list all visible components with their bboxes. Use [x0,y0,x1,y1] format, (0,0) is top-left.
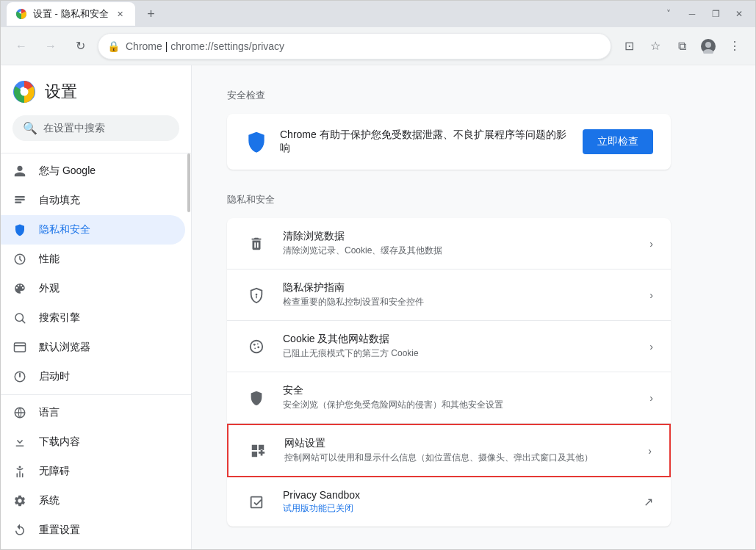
clear-browsing-subtitle: 清除浏览记录、Cookie、缓存及其他数据 [283,245,635,257]
check-now-button[interactable]: 立即检查 [583,129,653,154]
settings-content: 安全检查 Chrome 有助于保护您免受数据泄露、不良扩展程序等问题的影响 立即… [192,65,755,549]
close-button[interactable]: ✕ [729,4,749,24]
startup-icon [12,369,27,384]
minimize-button[interactable]: ─ [682,4,702,24]
reset-icon [12,523,27,538]
svg-line-13 [22,320,24,322]
sidebar-item-privacy[interactable]: 隐私和安全 [1,215,185,245]
sidebar-item-google-account[interactable]: 您与 Google [1,156,185,186]
collapse-button[interactable]: ˅ [658,4,679,24]
tab-close-button[interactable]: ✕ [115,8,126,20]
tab-favicon [15,8,27,20]
sidebar: 设置 🔍 在设置中搜索 您与 Google [1,65,192,549]
sidebar-item-label: 重置设置 [39,524,80,537]
omnibox[interactable]: 🔒 Chrome | chrome://settings/privacy [98,33,611,59]
privacy-guide-subtitle: 检查重要的隐私控制设置和安全控件 [283,296,635,308]
sidebar-scrollbar [187,153,190,212]
arrow-icon: › [649,289,653,301]
svg-point-25 [257,343,259,344]
sidebar-item-startup[interactable]: 启动时 [1,362,185,391]
security-item[interactable]: 安全 安全浏览（保护您免受危险网站的侵害）和其他安全设置 › [227,372,671,424]
search-box[interactable]: 🔍 在设置中搜索 [12,115,179,141]
search-container: 🔍 在设置中搜索 [1,115,191,150]
svg-rect-10 [15,202,21,203]
security-title: 安全 [283,384,635,397]
svg-point-21 [256,293,258,295]
safety-check-card: Chrome 有助于保护您免受数据泄露、不良扩展程序等问题的影响 立即检查 [227,114,671,170]
appearance-icon [12,281,27,296]
sidebar-item-performance[interactable]: 性能 [1,245,185,274]
lock-icon: 🔒 [107,40,120,52]
cookies-item[interactable]: Cookie 及其他网站数据 已阻止无痕模式下的第三方 Cookie › [227,321,671,372]
new-tab-button[interactable]: + [141,4,162,24]
tab-title: 设置 - 隐私和安全 [33,7,109,21]
search-placeholder: 在设置中搜索 [43,122,105,135]
svg-point-20 [19,466,21,468]
sidebar-header: 设置 [1,71,191,115]
split-view-button[interactable]: ⧉ [670,35,694,58]
svg-point-7 [21,88,29,96]
security-icon [245,386,268,410]
trash-icon [245,232,268,256]
svg-rect-9 [15,199,25,200]
privacy-guide-item[interactable]: 隐私保护指南 检查重要的隐私控制设置和安全控件 › [227,269,671,321]
privacy-guide-icon [245,283,268,307]
sidebar-item-accessibility[interactable]: 无障碍 [1,457,185,486]
restore-button[interactable]: ❐ [705,4,726,24]
site-settings-icon [246,439,270,463]
cast-button[interactable]: ⊡ [617,35,641,58]
sidebar-item-system[interactable]: 系统 [1,486,185,515]
cookies-content: Cookie 及其他网站数据 已阻止无痕模式下的第三方 Cookie [283,333,635,360]
sidebar-divider-mid [1,394,191,395]
sidebar-item-language[interactable]: 语言 [1,398,185,427]
site-settings-subtitle: 控制网站可以使用和显示什么信息（如位置信息、摄像头、弹出式窗口及其他） [284,452,633,464]
addressbar: ← → ↻ 🔒 Chrome | chrome://settings/priva… [1,27,755,65]
sidebar-item-appearance[interactable]: 外观 [1,274,185,303]
svg-point-23 [251,340,263,352]
sidebar-item-label: 启动时 [39,370,70,383]
forward-button[interactable]: → [39,35,62,58]
chrome-logo [12,80,36,104]
sidebar-item-browser[interactable]: 默认浏览器 [1,333,185,362]
clear-browsing-title: 清除浏览数据 [283,230,635,243]
cookies-title: Cookie 及其他网站数据 [283,333,635,346]
cookie-icon [245,335,268,358]
svg-point-24 [253,343,256,345]
menu-button[interactable]: ⋮ [723,35,746,58]
reload-button[interactable]: ↻ [68,35,92,58]
safety-check-description: Chrome 有助于保护您免受数据泄露、不良扩展程序等问题的影响 [280,129,571,155]
back-button[interactable]: ← [10,35,33,58]
arrow-icon: › [648,445,652,457]
sidebar-item-search[interactable]: 搜索引擎 [1,303,185,333]
autofill-icon [12,193,27,208]
profile-button[interactable] [696,35,720,58]
sidebar-divider-top [1,153,191,153]
sidebar-wrapper: 设置 🔍 在设置中搜索 您与 Google [1,65,192,549]
active-tab[interactable]: 设置 - 隐私和安全 ✕ [7,2,135,26]
sidebar-item-label: 搜索引擎 [39,311,80,325]
privacy-sandbox-item[interactable]: Privacy Sandbox 试用版功能已关闭 ↗ [227,477,671,527]
site-settings-item[interactable]: 网站设置 控制网站可以使用和显示什么信息（如位置信息、摄像头、弹出式窗口及其他）… [227,424,671,477]
sidebar-item-downloads[interactable]: 下载内容 [1,427,185,457]
clear-browsing-item[interactable]: 清除浏览数据 清除浏览记录、Cookie、缓存及其他数据 › [227,218,671,269]
security-content: 安全 安全浏览（保护您免受危险网站的侵害）和其他安全设置 [283,384,635,411]
window-controls: ˅ ─ ❐ ✕ [658,4,749,24]
safety-check-shield-icon [245,130,268,153]
sidebar-item-extensions[interactable]: 扩展程序 ↗ [1,545,185,549]
main-area: 设置 🔍 在设置中搜索 您与 Google [1,65,755,549]
person-icon [12,164,27,178]
url-display: Chrome | chrome://settings/privacy [126,40,602,52]
svg-point-3 [705,42,711,48]
language-icon [12,405,27,420]
bookmark-button[interactable]: ☆ [644,35,667,58]
sidebar-item-autofill[interactable]: 自动填充 [1,186,185,215]
search-icon: 🔍 [23,121,37,135]
privacy-guide-content: 隐私保护指南 检查重要的隐私控制设置和安全控件 [283,281,635,308]
sidebar-item-label: 下载内容 [39,435,80,449]
sidebar-item-label: 默认浏览器 [39,341,90,354]
privacy-settings-list: 清除浏览数据 清除浏览记录、Cookie、缓存及其他数据 › 隐私保护指南 检查… [227,218,671,527]
site-settings-title: 网站设置 [284,437,633,450]
sidebar-item-reset[interactable]: 重置设置 [1,515,185,545]
arrow-icon: › [649,341,653,352]
sidebar-item-label: 您与 Google [39,164,96,178]
